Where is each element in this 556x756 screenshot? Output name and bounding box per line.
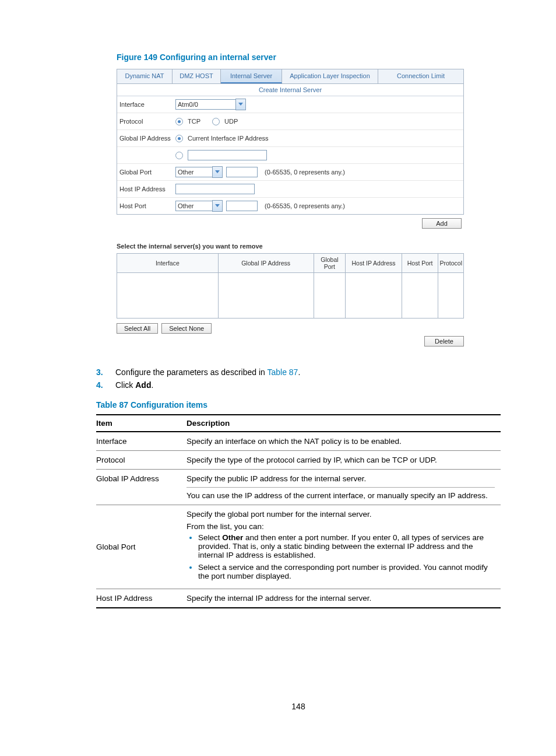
delete-button[interactable]: Delete [424, 336, 464, 346]
row-globalip-item: Global IP Address [96, 470, 186, 505]
global-port-select[interactable]: Other [175, 167, 223, 177]
chevron-down-icon[interactable] [212, 200, 223, 212]
th-desc: Description [186, 415, 501, 432]
row-globalport-desc: Specify the global port number for the i… [186, 505, 501, 589]
figure-title: Figure 149 Configuring an internal serve… [117, 52, 501, 62]
r4-bullet1: Select Other and then enter a port numbe… [198, 533, 495, 559]
grid-col-interface: Interface [117, 254, 219, 273]
tab-dynamic-nat[interactable]: Dynamic NAT [117, 69, 173, 83]
row-protocol-item: Protocol [96, 451, 186, 470]
chevron-down-icon[interactable] [235, 99, 246, 110]
global-ip-radio-current[interactable] [175, 135, 183, 142]
step3-text-b: . [298, 368, 300, 377]
row-protocol-desc: Specify the type of the protocol carried… [186, 451, 501, 470]
step4-text-a: Click [115, 380, 135, 390]
page-number: 148 [96, 702, 501, 711]
select-all-button[interactable]: Select All [117, 323, 158, 334]
tab-dmz-host[interactable]: DMZ HOST [173, 69, 221, 83]
add-button[interactable]: Add [422, 218, 462, 229]
table-caption: Table 87 Configuration items [96, 400, 501, 410]
grid-col-host-port: Host Port [402, 254, 438, 273]
global-ip-input[interactable] [188, 150, 267, 160]
step4-text-b: . [151, 380, 153, 390]
tab-connection-limit[interactable]: Connection Limit [378, 69, 463, 83]
step-number: 4. [96, 380, 115, 390]
host-port-hint: (0-65535, 0 represents any.) [265, 202, 345, 209]
row-globalip-desc-b: You can use the IP address of the curren… [186, 491, 495, 500]
select-none-button[interactable]: Select None [161, 323, 212, 334]
interface-select-value: Atm0/0 [175, 99, 235, 110]
global-ip-label: Global IP Address [119, 135, 175, 142]
protocol-udp-label: UDP [224, 118, 238, 125]
section-header: Create Internal Server [117, 84, 463, 96]
servers-grid: Interface Global IP Address Global Port … [117, 253, 464, 318]
row-hostip-item: Host IP Address [96, 589, 186, 608]
interface-label: Interface [119, 101, 175, 108]
protocol-tcp-label: TCP [188, 118, 200, 125]
host-port-select-value: Other [175, 201, 212, 211]
th-item: Item [96, 415, 186, 432]
protocol-radio-udp[interactable] [212, 118, 220, 125]
global-ip-radio-manual[interactable] [175, 152, 183, 159]
protocol-radio-tcp[interactable] [175, 118, 183, 125]
row-hostip-desc: Specify the internal IP address for the … [186, 589, 501, 608]
r4-p2: From the list, you can: [186, 522, 495, 531]
table-link[interactable]: Table 87 [267, 368, 298, 377]
chevron-down-icon[interactable] [212, 166, 223, 178]
tab-app-layer-inspection[interactable]: Application Layer Inspection [282, 69, 378, 83]
host-ip-label: Host IP Address [119, 186, 175, 192]
global-ip-current-label: Current Interface IP Address [188, 135, 269, 142]
row-globalip-desc: Specify the public IP address for the in… [186, 470, 501, 505]
grid-col-protocol: Protocol [438, 254, 464, 273]
tab-internal-server[interactable]: Internal Server [221, 69, 282, 83]
host-port-select[interactable]: Other [175, 201, 223, 211]
r4-bullet2: Select a service and the corresponding p… [198, 563, 495, 580]
global-port-input[interactable] [226, 167, 258, 177]
document-body: 3. Configure the parameters as described… [96, 368, 501, 608]
interface-select[interactable]: Atm0/0 [175, 99, 246, 110]
r4-p1: Specify the global port number for the i… [186, 510, 495, 519]
global-port-label: Global Port [119, 169, 175, 176]
grid-col-host-ip: Host IP Address [346, 254, 402, 273]
step3-text-a: Configure the parameters as described in [115, 368, 267, 377]
table-row [117, 273, 464, 318]
row-interface-desc: Specify an interface on which the NAT po… [186, 432, 501, 451]
protocol-label: Protocol [119, 118, 175, 125]
ui-screenshot: Dynamic NAT DMZ HOST Internal Server App… [117, 69, 464, 346]
row-globalip-desc-a: Specify the public IP address for the in… [186, 474, 495, 483]
global-port-select-value: Other [175, 167, 212, 177]
grid-col-global-ip: Global IP Address [218, 254, 314, 273]
row-globalport-item: Global Port [96, 505, 186, 589]
host-ip-input[interactable] [175, 184, 255, 194]
step-number: 3. [96, 368, 115, 377]
configuration-table: Item Description Interface Specify an in… [96, 414, 501, 608]
grid-col-global-port: Global Port [314, 254, 346, 273]
global-port-hint: (0-65535, 0 represents any.) [265, 169, 345, 176]
remove-caption: Select the internal server(s) you want t… [117, 243, 464, 250]
step4-bold: Add [135, 380, 151, 390]
host-port-label: Host Port [119, 202, 175, 209]
row-interface-item: Interface [96, 432, 186, 451]
host-port-input[interactable] [226, 201, 258, 211]
tab-bar: Dynamic NAT DMZ HOST Internal Server App… [117, 69, 464, 83]
